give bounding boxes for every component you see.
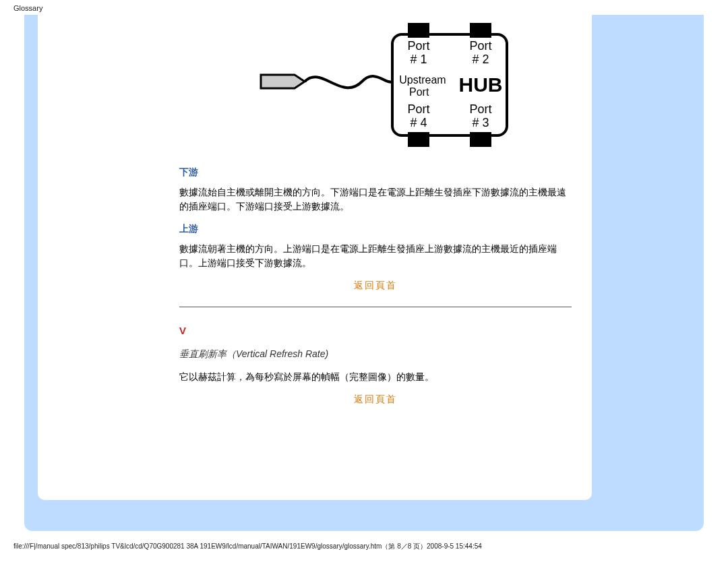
back-to-top-anchor[interactable]: 返回頁首 <box>354 394 397 404</box>
content-panel: Port # 1 Port # 2 Upstream Port HUB Port… <box>38 15 592 500</box>
upstream-body: 數據流朝著主機的方向。上游端口是在電源上距離生發插座上游數據流的主機最近的插座端… <box>179 242 572 270</box>
svg-text:Port: Port <box>469 102 491 116</box>
port-connector-icon <box>470 23 491 38</box>
svg-text:# 4: # 4 <box>410 116 427 129</box>
svg-text:Port: Port <box>407 102 429 116</box>
cable-plug-icon <box>261 75 305 88</box>
svg-text:Port: Port <box>469 39 491 53</box>
svg-text:# 2: # 2 <box>472 53 489 66</box>
back-to-top-anchor[interactable]: 返回頁首 <box>354 280 397 290</box>
port-connector-icon <box>470 132 491 147</box>
back-to-top-link-1[interactable]: 返回頁首 <box>179 280 572 292</box>
port-connector-icon <box>408 23 429 38</box>
vertical-refresh-body: 它以赫茲計算，為每秒寫於屏幕的幀幅（完整圖像）的數量。 <box>179 370 572 384</box>
upstream-heading: 上游 <box>179 223 572 235</box>
page-header: Glossary <box>13 4 42 12</box>
hub-diagram: Port # 1 Port # 2 Upstream Port HUB Port… <box>179 18 572 154</box>
svg-text:Upstream: Upstream <box>399 74 446 86</box>
downstream-body: 數據流始自主機或離開主機的方向。下游端口是在電源上距離生發插座下游數據流的主機最… <box>179 185 572 214</box>
section-letter-v: V <box>179 325 572 336</box>
svg-text:Port: Port <box>407 39 429 53</box>
port-connector-icon <box>408 132 429 147</box>
svg-text:# 3: # 3 <box>472 116 489 129</box>
divider <box>179 307 572 307</box>
back-to-top-link-2[interactable]: 返回頁首 <box>179 394 572 406</box>
svg-text:# 1: # 1 <box>410 53 427 66</box>
svg-text:Port: Port <box>409 86 429 98</box>
cable-wire-icon <box>305 76 392 88</box>
downstream-heading: 下游 <box>179 166 572 179</box>
svg-text:HUB: HUB <box>459 73 503 96</box>
footer-path: file:///F|/manual spec/813/philips TV&lc… <box>13 542 482 551</box>
vertical-refresh-subhead: 垂直刷新率（Vertical Refresh Rate) <box>179 348 572 361</box>
